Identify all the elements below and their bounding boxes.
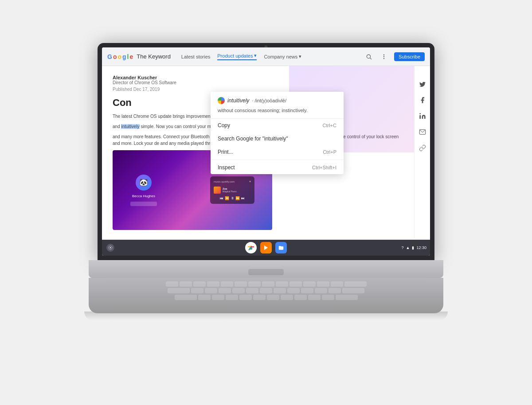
google-assistant-icon (218, 97, 225, 104)
key (221, 281, 233, 287)
key (262, 281, 274, 287)
user-name-lock: Becca Hughes (132, 194, 155, 198)
key (274, 288, 286, 293)
password-field[interactable] (130, 202, 157, 206)
lock-screen-left: 🐼 Becca Hughes (130, 175, 157, 206)
nav-items: Latest stories Product updates ▾ Company… (181, 53, 360, 60)
laptop-wrapper: Google The Keyword Latest stories Produc… (75, 43, 457, 362)
key (308, 295, 321, 300)
context-print[interactable]: Print... Ctrl+P (211, 145, 344, 159)
key (166, 281, 178, 287)
system-menu-circle[interactable] (106, 244, 114, 252)
author-name: Alexander Kuscher (113, 75, 403, 80)
key (289, 281, 302, 287)
g-red: o (113, 53, 117, 60)
rewind-icon[interactable]: ⏪ (225, 196, 229, 200)
key (239, 295, 252, 300)
key (317, 281, 329, 287)
play-store-icon[interactable] (260, 242, 272, 253)
key (226, 295, 238, 300)
svg-marker-10 (264, 245, 268, 250)
email-icon[interactable] (418, 127, 427, 137)
key (235, 281, 247, 287)
laptop-screen: Google The Keyword Latest stories Produc… (98, 43, 434, 260)
author-info: Alexander Kuscher Director of Chrome OS … (113, 75, 403, 92)
g-red2: e (129, 53, 133, 60)
subscribe-button[interactable]: Subscribe (394, 52, 425, 61)
user-avatar: 🐼 (136, 175, 152, 191)
context-divider (211, 160, 344, 160)
key (342, 288, 364, 293)
key (232, 288, 245, 293)
music-player-panel: music.spotify.com × Zoe Magical Piano (210, 176, 254, 204)
wifi-icon: ▲ (406, 245, 410, 250)
nav-company-news[interactable]: Company news ▾ (264, 54, 301, 59)
svg-point-7 (110, 247, 111, 249)
music-artist: Magical Piano (223, 190, 251, 193)
facebook-icon[interactable] (418, 95, 427, 105)
g-blue2: g (122, 53, 126, 60)
prev-icon[interactable]: ⏮ (220, 196, 223, 200)
site-title: The Keyword (137, 53, 171, 60)
svg-point-3 (383, 56, 384, 57)
svg-point-5 (419, 113, 421, 114)
context-search-google[interactable]: Search Google for "intuitively" (211, 132, 344, 145)
key (212, 295, 224, 300)
published-date: Published Dec 17, 2019 (113, 87, 403, 92)
google-logo: Google (107, 53, 133, 60)
more-options-icon[interactable] (379, 52, 389, 62)
svg-point-4 (383, 58, 384, 58)
keyboard-area (89, 278, 443, 313)
key (180, 281, 192, 287)
nav-right: Subscribe (364, 52, 425, 62)
g-green: l (127, 53, 129, 60)
key (344, 281, 367, 287)
key (329, 288, 341, 293)
nav-product-updates[interactable]: Product updates ▾ (217, 53, 257, 60)
forward-icon[interactable]: ⏩ (235, 196, 240, 200)
chevron-down-icon2: ▾ (299, 54, 301, 59)
key (219, 288, 231, 293)
svg-point-2 (383, 54, 384, 55)
key-row-1 (115, 281, 417, 287)
next-icon[interactable]: ⏭ (241, 196, 245, 200)
twitter-icon[interactable] (418, 79, 427, 89)
key (207, 281, 219, 287)
key (331, 281, 343, 287)
key (198, 295, 211, 300)
nav-latest-stories[interactable]: Latest stories (181, 54, 210, 59)
chevron-down-icon: ▾ (254, 53, 257, 58)
key (315, 288, 327, 293)
key (336, 295, 358, 300)
key (175, 295, 197, 300)
network-question-icon: ? (402, 245, 404, 250)
context-inspect[interactable]: Inspect Ctrl+Shift+I (211, 161, 344, 174)
key (191, 288, 203, 293)
context-menu: intuitively · /int(y)oōadivlē/ without c… (211, 92, 344, 174)
key-row-2 (115, 288, 417, 293)
g-blue: G (107, 53, 112, 60)
browser-area: Google The Keyword Latest stories Produc… (102, 47, 430, 239)
key (168, 288, 190, 293)
linkedin-icon[interactable] (418, 111, 427, 121)
taskbar-system-right: ? ▲ ▮ 12:30 (402, 245, 426, 250)
search-icon[interactable] (364, 52, 374, 62)
keyboard-rows (115, 281, 417, 300)
taskbar-app-icons (245, 242, 287, 253)
key (246, 288, 258, 293)
dict-definition: without conscious reasoning; instinctive… (218, 106, 336, 115)
touchpad[interactable] (248, 269, 284, 275)
pause-icon[interactable]: ⏸ (231, 196, 234, 200)
chrome-navbar: Google The Keyword Latest stories Produc… (102, 47, 430, 66)
link-icon[interactable] (418, 143, 427, 153)
files-app-icon[interactable] (275, 242, 287, 253)
clock: 12:30 (416, 245, 426, 250)
dict-word-row: intuitively · /int(y)oōadivlē/ (218, 97, 336, 104)
social-sidebar (414, 66, 430, 239)
chrome-app-icon[interactable] (245, 242, 257, 253)
music-thumbnail (214, 187, 221, 194)
dict-word: intuitively (227, 97, 249, 104)
context-copy[interactable]: Copy Ctrl+C (211, 119, 344, 132)
music-info: Zoe Magical Piano (223, 187, 251, 193)
key (303, 281, 316, 287)
